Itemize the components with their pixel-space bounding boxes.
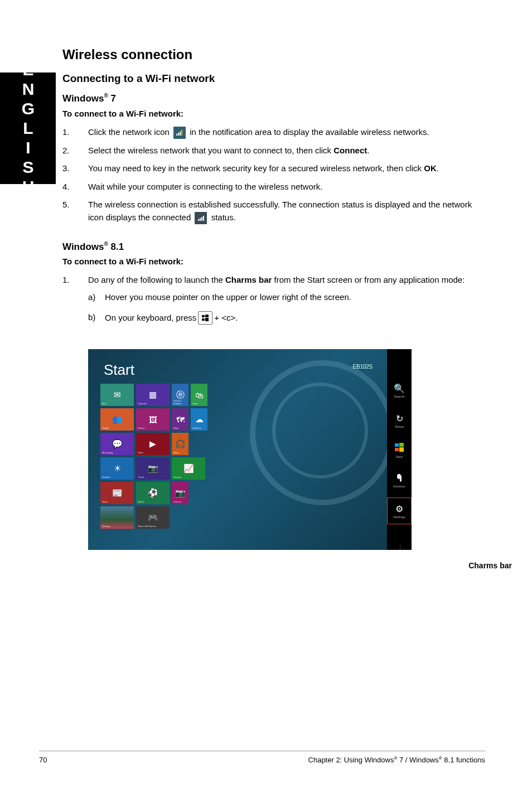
charm-search[interactable]: 🔍Search (387, 377, 412, 404)
gear-icon: ⚙ (395, 504, 403, 514)
tile-weather[interactable]: ☀Weather (100, 457, 134, 480)
tile-desktop[interactable]: Desktop (100, 506, 134, 529)
svg-rect-12 (205, 318, 209, 321)
charm-share[interactable]: ↻Share (387, 407, 412, 434)
win81-subhead: To connect to a Wi-Fi network: (62, 257, 486, 266)
svg-point-4 (181, 129, 183, 131)
registered-mark: ® (104, 93, 108, 99)
tile-xbox[interactable]: 🎮Xbox LIVE Games (136, 506, 170, 529)
step-num: 4. (62, 181, 88, 194)
tile-sports[interactable]: ⚽Sports (136, 482, 170, 504)
svg-rect-6 (200, 218, 201, 221)
start-title: Start (104, 361, 134, 379)
charm-settings[interactable]: ⚙Settings (387, 497, 412, 524)
win7-steps: 1. Click the network icon in the notific… (62, 126, 486, 224)
svg-rect-0 (176, 134, 177, 136)
charm-devices[interactable]: 🖣Devices (387, 467, 412, 494)
win7-subhead: To connect to a Wi-Fi network: (62, 109, 486, 118)
tile-video[interactable]: ▶Video (136, 433, 170, 455)
news-icon: 📰 (112, 488, 123, 498)
substep-b: b) On your keyboard, press + <c>. (88, 311, 486, 325)
screenshot-figure: Start EB1025 ✉Mail ▦Calendar ⓔInternet E… (88, 349, 486, 570)
step-num: 3. (62, 162, 88, 175)
tile-skydrive[interactable]: ☁SkyDrive (191, 408, 207, 431)
step-3: 3. You may need to key in the network se… (62, 162, 486, 175)
step-text: The wireless connection is established s… (88, 199, 486, 224)
tile-news[interactable]: 📰News (100, 482, 134, 504)
search-icon: 🔍 (394, 383, 405, 394)
start-screen: Start EB1025 ✉Mail ▦Calendar ⓔInternet E… (88, 349, 412, 550)
substep-a: a) Hover you mouse pointer on the upper … (88, 291, 486, 304)
step-2: 2. Select the wireless network that you … (62, 144, 486, 157)
step-5: 5. The wireless connection is establishe… (62, 199, 486, 224)
main-content: Wireless connection Connecting to a Wi-F… (62, 47, 486, 570)
step-text: Wait while your computer is connecting t… (88, 181, 486, 194)
step-text: Click the network icon in the notificati… (88, 126, 486, 139)
step-num: 2. (62, 144, 88, 157)
svg-rect-1 (178, 133, 179, 136)
finance-icon: 📈 (183, 463, 194, 474)
share-icon: ↻ (396, 413, 403, 424)
tile-travel[interactable]: 📷Travel (136, 457, 170, 480)
store-icon: 🛍 (195, 390, 204, 400)
page-footer: 70 Chapter 2: Using Windows® 7 / Windows… (39, 751, 485, 764)
calendar-icon: ▦ (149, 390, 157, 400)
substep-letter: a) (88, 291, 105, 304)
win7-heading: Windows® 7 (62, 93, 486, 104)
ie-icon: ⓔ (176, 390, 185, 400)
tile-photos[interactable]: 🖼Photos (136, 408, 170, 431)
callout-line (400, 544, 400, 550)
tile-mail[interactable]: ✉Mail (100, 384, 134, 406)
tile-ie[interactable]: ⓔInternet Explorer (172, 384, 188, 406)
photos-icon: 🖼 (149, 415, 157, 424)
step-text: Do any of the following to launch the Ch… (88, 274, 486, 332)
tile-messaging[interactable]: 💬Messaging (100, 433, 134, 455)
win81-step-1: 1. Do any of the following to launch the… (62, 274, 486, 332)
step-num: 1. (62, 274, 88, 332)
step-text: You may need to key in the network secur… (88, 162, 486, 175)
svg-rect-10 (205, 315, 209, 317)
svg-rect-2 (180, 132, 181, 136)
svg-rect-8 (203, 216, 204, 221)
tile-store[interactable]: 🛍Store (191, 384, 207, 406)
sports-icon: ⚽ (148, 488, 158, 498)
people-icon: 👥 (112, 414, 123, 424)
tile-music[interactable]: 🎧Music (172, 433, 188, 455)
video-icon: ▶ (149, 439, 156, 449)
svg-rect-7 (201, 217, 202, 221)
messaging-icon: 💬 (112, 439, 123, 449)
step-num: 1. (62, 126, 88, 139)
svg-rect-9 (202, 315, 205, 317)
user-label: EB1025 (352, 364, 373, 370)
tile-camera[interactable]: 📷Camera (172, 482, 188, 504)
svg-rect-14 (399, 443, 404, 447)
language-tab-label: ENGLISH (18, 60, 37, 197)
windows-key-icon (198, 311, 212, 325)
svg-rect-5 (198, 219, 199, 221)
network-icon (173, 127, 186, 139)
section-heading: Connecting to a Wi-Fi network (62, 73, 486, 85)
win81-heading: Windows® 8.1 (62, 241, 486, 253)
xbox-icon: 🎮 (148, 513, 158, 523)
win7-heading-post: 7 (108, 93, 116, 104)
svg-rect-15 (395, 448, 399, 451)
substep-letter: b) (88, 311, 105, 325)
step-num: 5. (62, 199, 88, 224)
step-1: 1. Click the network icon in the notific… (62, 126, 486, 139)
registered-mark: ® (104, 241, 108, 247)
connected-signal-icon (195, 212, 207, 224)
win7-heading-pre: Windows (62, 93, 104, 104)
page: ENGLISH Wireless connection Connecting t… (0, 0, 532, 802)
maps-icon: 🗺 (176, 415, 185, 424)
cloud-icon: ☁ (195, 414, 204, 424)
charms-bar: 🔍Search ↻Share Start 🖣Devices ⚙Settings (387, 349, 412, 550)
win81-substeps: a) Hover you mouse pointer on the upper … (88, 291, 486, 325)
language-tab: ENGLISH (0, 73, 56, 184)
tile-finance[interactable]: 📈Finance (172, 457, 205, 480)
step-4: 4. Wait while your computer is connectin… (62, 181, 486, 194)
tile-calendar[interactable]: ▦Calendar (136, 384, 170, 406)
tile-people[interactable]: 👥People (100, 408, 134, 431)
tile-maps[interactable]: 🗺Maps (172, 408, 188, 431)
charm-start[interactable]: Start (387, 437, 412, 464)
page-title: Wireless connection (62, 47, 486, 62)
